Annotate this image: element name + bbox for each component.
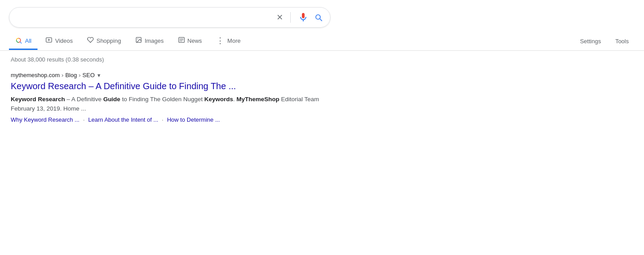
sitelink-3[interactable]: How to Determine ... bbox=[167, 116, 220, 123]
images-icon bbox=[135, 37, 142, 45]
tab-more[interactable]: ⋮ More bbox=[210, 32, 247, 50]
mic-icon[interactable] bbox=[298, 12, 309, 23]
svg-marker-2 bbox=[49, 39, 50, 41]
search-bar-container: mythemeshop keyword research guide ✕ bbox=[0, 0, 644, 32]
search-bar-icons: ✕ bbox=[276, 12, 323, 23]
clear-icon[interactable]: ✕ bbox=[276, 12, 283, 22]
tab-all[interactable]: All bbox=[9, 33, 38, 50]
divider bbox=[290, 12, 291, 23]
tab-more-label: More bbox=[227, 37, 241, 44]
dot-sep-2: · bbox=[162, 116, 163, 123]
search-submit-icon[interactable] bbox=[314, 13, 323, 22]
breadcrumb-sep2: › bbox=[79, 72, 80, 78]
result-snippet: Keyword Research – A Definitive Guide to… bbox=[11, 95, 330, 114]
news-icon bbox=[178, 37, 185, 45]
breadcrumb-dropdown-icon[interactable]: ▼ bbox=[96, 73, 101, 78]
shopping-icon bbox=[87, 37, 94, 45]
dot-sep-1: · bbox=[83, 116, 85, 123]
breadcrumb-path2: SEO bbox=[83, 72, 95, 78]
breadcrumb-path1: Blog bbox=[65, 72, 77, 78]
search-bar: mythemeshop keyword research guide ✕ bbox=[9, 7, 330, 28]
nav-right: Settings Tools bbox=[574, 33, 635, 49]
sitelink-1[interactable]: Why Keyword Research ... bbox=[11, 116, 79, 123]
videos-icon bbox=[46, 37, 52, 45]
search-input[interactable]: mythemeshop keyword research guide bbox=[17, 13, 276, 21]
breadcrumb-domain: mythemeshop.com bbox=[11, 72, 60, 78]
more-icon: ⋮ bbox=[216, 37, 225, 45]
result-title[interactable]: Keyword Research – A Definitive Guide to… bbox=[11, 80, 330, 92]
result-sitelinks: Why Keyword Research ... · Learn About t… bbox=[11, 116, 330, 123]
result-breadcrumb: mythemeshop.com › Blog › SEO ▼ bbox=[11, 72, 330, 78]
tab-news[interactable]: News bbox=[172, 32, 209, 50]
tab-videos[interactable]: Videos bbox=[39, 32, 79, 50]
tab-videos-label: Videos bbox=[55, 37, 73, 44]
result-item: mythemeshop.com › Blog › SEO ▼ Keyword R… bbox=[11, 72, 330, 123]
sitelink-2[interactable]: Learn About the Intent of ... bbox=[88, 116, 159, 123]
results-container: About 38,000 results (0.38 seconds) myth… bbox=[0, 51, 339, 123]
tab-images[interactable]: Images bbox=[129, 32, 170, 50]
tab-images-label: Images bbox=[145, 37, 164, 44]
svg-point-4 bbox=[137, 38, 138, 39]
nav-tabs: All Videos Shopping Images bbox=[0, 32, 644, 51]
tab-news-label: News bbox=[188, 37, 202, 44]
settings-link[interactable]: Settings bbox=[574, 33, 607, 49]
breadcrumb-sep1: › bbox=[62, 72, 63, 78]
tools-link[interactable]: Tools bbox=[609, 33, 635, 49]
tab-shopping[interactable]: Shopping bbox=[81, 32, 127, 50]
tab-shopping-label: Shopping bbox=[96, 37, 121, 44]
results-count: About 38,000 results (0.38 seconds) bbox=[11, 56, 330, 63]
tab-all-label: All bbox=[25, 37, 31, 44]
all-tab-icon bbox=[15, 37, 22, 44]
